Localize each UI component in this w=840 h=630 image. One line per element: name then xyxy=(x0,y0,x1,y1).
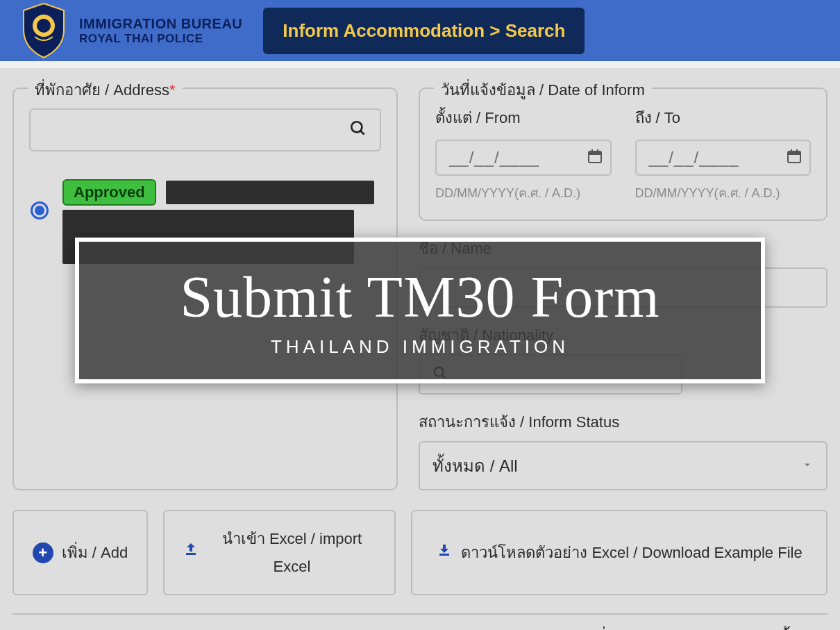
svg-point-1 xyxy=(37,19,51,33)
calendar-icon[interactable] xyxy=(786,148,803,167)
date-to-helper: DD/MM/YYYY(ค.ศ. / A.D.) xyxy=(635,183,812,203)
svg-rect-9 xyxy=(788,151,800,155)
date-from-input[interactable]: __/__/____ xyxy=(435,140,612,176)
title-overlay: Submit TM30 Form THAILAND IMMIGRATION xyxy=(75,238,765,383)
overlay-title: Submit TM30 Form xyxy=(180,263,660,331)
address-legend: ที่พักอาศัย / Address* xyxy=(28,78,183,102)
date-from-helper: DD/MM/YYYY(ค.ศ. / A.D.) xyxy=(435,183,612,203)
bottom-note: แสดงข้อมูลวันที่เข้าพักย้อนหลัง 7 วันเท่… xyxy=(12,613,828,630)
date-to-field: ถึง / To __/__/____ DD/MM/YYYY(ค.ศ. / A.… xyxy=(635,106,812,203)
actions-row: + เพิ่ม / Add นำเข้า Excel / import Exce… xyxy=(12,510,828,609)
svg-rect-14 xyxy=(186,553,196,555)
calendar-icon[interactable] xyxy=(587,148,603,167)
svg-rect-5 xyxy=(589,151,601,155)
svg-rect-15 xyxy=(439,554,449,556)
upload-icon xyxy=(183,539,199,567)
search-icon xyxy=(349,119,367,140)
status-value: ทั้งหมด / All xyxy=(432,452,518,479)
date-to-input[interactable]: __/__/____ xyxy=(635,140,812,176)
date-legend: วันที่แจ้งข้อมูล / Date of Inform xyxy=(434,78,652,102)
radio-selected-icon xyxy=(31,201,49,219)
police-emblem xyxy=(21,2,67,59)
date-to-placeholder: __/__/____ xyxy=(649,148,739,167)
svg-line-3 xyxy=(360,131,364,134)
breadcrumb: Inform Accommodation > Search xyxy=(263,8,585,54)
download-label: ดาวน์โหลดตัวอย่าง Excel / Download Examp… xyxy=(461,539,802,567)
import-excel-button[interactable]: นำเข้า Excel / import Excel xyxy=(163,510,396,595)
address-search-input[interactable] xyxy=(29,108,381,151)
add-button[interactable]: + เพิ่ม / Add xyxy=(12,510,148,595)
download-icon xyxy=(436,539,453,567)
approved-badge: Approved xyxy=(62,179,156,206)
status-select[interactable]: ทั้งหมด / All xyxy=(419,441,828,490)
date-of-inform-fieldset: วันที่แจ้งข้อมูล / Date of Inform ตั้งแต… xyxy=(419,88,828,221)
date-from-field: ตั้งแต่ / From __/__/____ DD/MM/YYYY(ค.ศ… xyxy=(435,106,612,203)
bureau-line2: ROYAL THAI POLICE xyxy=(79,32,242,46)
date-from-label: ตั้งแต่ / From xyxy=(435,106,612,130)
bureau-title: IMMIGRATION BUREAU ROYAL THAI POLICE xyxy=(79,15,242,46)
overlay-subtitle: THAILAND IMMIGRATION xyxy=(271,336,569,358)
address-search-field[interactable] xyxy=(43,121,349,139)
redacted-text xyxy=(166,181,374,204)
chevron-down-icon xyxy=(801,458,814,474)
date-from-placeholder: __/__/____ xyxy=(449,148,539,167)
bureau-line1: IMMIGRATION BUREAU xyxy=(79,15,242,32)
svg-point-2 xyxy=(351,122,362,132)
app-header: IMMIGRATION BUREAU ROYAL THAI POLICE Inf… xyxy=(0,0,840,61)
status-field-wrap: สถานะการแจ้ง / Inform Status ทั้งหมด / A… xyxy=(419,410,828,490)
add-label: เพิ่ม / Add xyxy=(62,539,128,567)
status-label: สถานะการแจ้ง / Inform Status xyxy=(419,410,828,434)
download-example-button[interactable]: ดาวน์โหลดตัวอย่าง Excel / Download Examp… xyxy=(411,510,828,595)
import-label: นำเข้า Excel / import Excel xyxy=(208,525,376,580)
plus-icon: + xyxy=(33,542,53,563)
date-to-label: ถึง / To xyxy=(635,106,812,130)
